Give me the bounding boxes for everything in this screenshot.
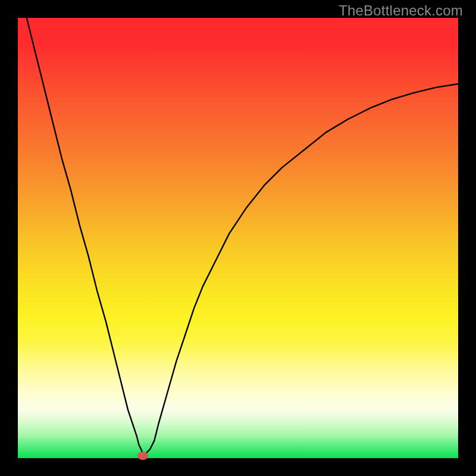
bottleneck-curve — [18, 18, 458, 454]
watermark-text: TheBottleneck.com — [339, 2, 463, 19]
plot-area — [18, 18, 458, 458]
optimal-point-marker — [137, 452, 148, 460]
curve-svg — [18, 18, 458, 458]
chart-frame: TheBottleneck.com — [0, 0, 476, 476]
